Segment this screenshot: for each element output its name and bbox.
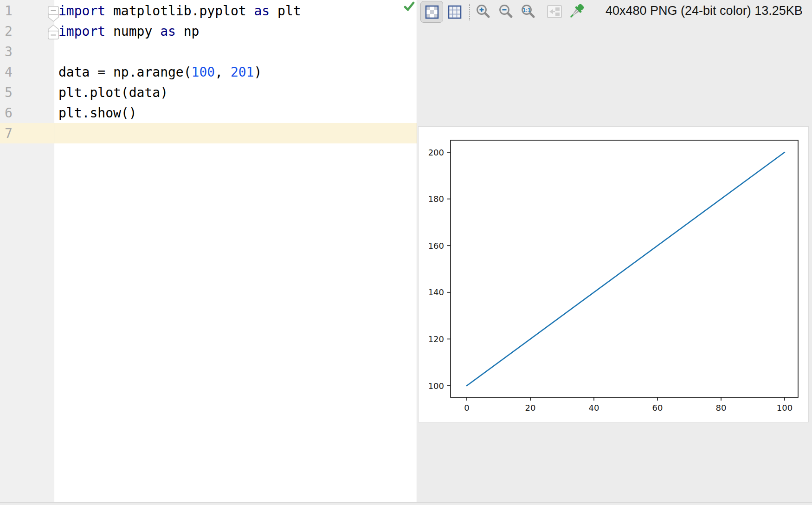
- code-text[interactable]: import matplotlib.pyplot as plt: [54, 3, 301, 19]
- grid-toggle-button[interactable]: [446, 3, 464, 21]
- token-plain: plt.show(): [58, 105, 137, 121]
- y-tick-label: 200: [428, 148, 444, 157]
- x-tick-label: 40: [589, 403, 599, 413]
- x-tick-label: 60: [652, 403, 663, 413]
- chessboard-toggle-button[interactable]: [420, 1, 443, 23]
- inspections-ok-checkmark-icon[interactable]: [404, 1, 415, 12]
- code-line-3[interactable]: 3: [0, 41, 417, 62]
- code-line-7[interactable]: 7: [0, 123, 417, 143]
- token-plain: numpy: [105, 24, 160, 39]
- ide-window: 1import matplotlib.pyplot as plt2import …: [0, 0, 812, 505]
- fold-marker-expanded-end-icon[interactable]: [47, 24, 59, 41]
- token-plain: matplotlib.pyplot: [105, 3, 254, 19]
- image-info-text: 40x480 PNG (24-bit color) 13.25KB: [606, 4, 803, 18]
- y-tick-label: 100: [428, 381, 444, 391]
- zoom-in-icon: [476, 4, 490, 19]
- actual-size-icon: 1:1: [521, 4, 535, 19]
- line-number: 7: [0, 126, 54, 141]
- token-number: 100: [192, 65, 215, 80]
- bottom-border: [0, 502, 812, 505]
- code-text[interactable]: plt.show(): [54, 105, 137, 121]
- fold-marker-expanded-start-icon[interactable]: [47, 6, 59, 22]
- eyedropper-icon: [567, 2, 585, 21]
- token-keyword: as: [254, 3, 270, 19]
- code-line-2[interactable]: 2import numpy as np: [0, 21, 417, 41]
- zoom-out-button[interactable]: [498, 3, 514, 19]
- image-viewer-panel: 1:1: [417, 0, 812, 502]
- code-line-4[interactable]: 4data = np.arange(100, 201): [0, 62, 417, 82]
- code-line-1[interactable]: 1import matplotlib.pyplot as plt: [0, 0, 417, 21]
- token-plain: plt.plot(data): [58, 85, 168, 100]
- svg-text:1:1: 1:1: [522, 7, 531, 13]
- token-keyword: import: [58, 24, 105, 39]
- matplotlib-figure: 020406080100100120140160180200: [419, 127, 808, 422]
- data-line: [467, 152, 785, 386]
- line-number: 6: [0, 105, 54, 121]
- token-plain: data = np.arange(: [58, 65, 192, 80]
- gutter-divider: [54, 0, 54, 502]
- token-plain: ): [254, 65, 262, 80]
- fit-window-icon: [546, 4, 563, 19]
- actual-size-button[interactable]: 1:1: [520, 3, 536, 19]
- zoom-in-button[interactable]: [475, 3, 491, 19]
- token-keyword: as: [160, 24, 176, 39]
- toolbar-separator: [469, 4, 470, 20]
- y-tick-label: 180: [428, 194, 444, 204]
- code-line-5[interactable]: 5plt.plot(data): [0, 82, 417, 103]
- x-tick-label: 80: [716, 403, 727, 413]
- token-keyword: import: [58, 3, 105, 19]
- line-number: 3: [0, 44, 54, 59]
- image-viewer-toolbar: 1:1: [417, 0, 812, 25]
- grid-icon: [448, 5, 462, 19]
- y-tick-label: 160: [428, 241, 444, 251]
- line-number: 4: [0, 65, 54, 80]
- code-editor[interactable]: 1import matplotlib.pyplot as plt2import …: [0, 0, 417, 502]
- zoom-out-icon: [498, 4, 513, 19]
- code-text[interactable]: plt.plot(data): [54, 85, 168, 100]
- code-text[interactable]: data = np.arange(100, 201): [54, 65, 262, 80]
- y-tick-label: 140: [428, 287, 444, 297]
- line-number: 1: [0, 3, 54, 19]
- code-line-6[interactable]: 6plt.show(): [0, 103, 417, 123]
- color-picker-button[interactable]: [567, 2, 586, 21]
- code-text[interactable]: import numpy as np: [54, 24, 199, 39]
- x-tick-label: 0: [464, 403, 469, 413]
- token-plain: ,: [215, 65, 231, 80]
- token-plain: plt: [270, 3, 301, 19]
- x-tick-label: 100: [777, 403, 793, 413]
- line-number: 5: [0, 85, 54, 100]
- line-number: 2: [0, 24, 54, 39]
- chessboard-icon: [425, 5, 439, 19]
- code-area[interactable]: 1import matplotlib.pyplot as plt2import …: [0, 0, 417, 143]
- y-tick-label: 120: [428, 334, 444, 344]
- x-tick-label: 20: [525, 403, 536, 413]
- plot-image[interactable]: 020406080100100120140160180200: [418, 126, 809, 422]
- token-plain: np: [176, 24, 200, 39]
- token-number: 201: [231, 65, 254, 80]
- fit-to-window-button-disabled: [546, 4, 563, 19]
